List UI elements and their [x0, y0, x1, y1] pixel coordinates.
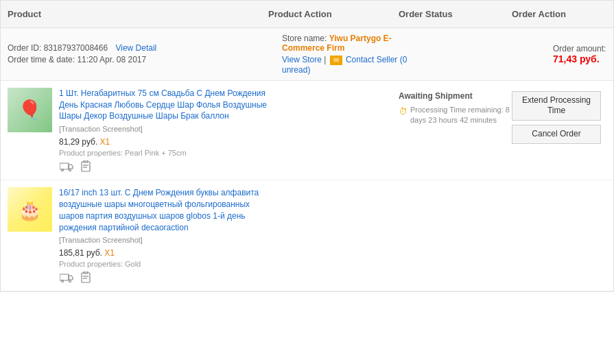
- order-time-value: 11:20 Apr. 08 2017: [77, 55, 146, 64]
- product-row-1: 1 Шт. Негабаритных 75 см Свадьба С Днем …: [1, 81, 613, 180]
- qty-value-1: X1: [100, 137, 110, 147]
- view-detail-link[interactable]: View Detail: [115, 43, 156, 53]
- props-value-2: Gold: [125, 260, 141, 268]
- view-store-link[interactable]: View Store: [282, 55, 322, 64]
- status-col-2: [399, 187, 512, 284]
- order-id-value: 83187937008466: [44, 43, 108, 53]
- truck-icon-1[interactable]: [59, 160, 74, 173]
- divider: |: [324, 55, 328, 64]
- order-action-col-2: [512, 187, 606, 284]
- store-label: Store name:: [282, 34, 327, 43]
- order-id-label: Order ID:: [8, 43, 41, 53]
- truck-icon-2[interactable]: [59, 271, 74, 284]
- product-props-1: Product properties: Pearl Pink + 75cm: [59, 149, 268, 157]
- props-value-1: Pearl Pink + 75cm: [125, 149, 187, 157]
- cancel-order-button[interactable]: Cancel Order: [512, 125, 601, 144]
- order-amount: Order amount: 71,43 руб.: [553, 44, 606, 64]
- store-name-line: Store name: Yiwu Partygo E-Commerce Firm: [282, 34, 412, 53]
- svg-point-1: [62, 169, 64, 171]
- price-value-2: 185,81 руб.: [59, 248, 102, 258]
- extend-processing-button[interactable]: Extend Processing Time: [512, 91, 601, 121]
- product-details-2: 16/17 inch 13 шт. С Днем Рождения буквы …: [59, 187, 268, 284]
- processing-time-1: ⏱ Processing Time remaining: 8 days 23 h…: [399, 105, 512, 126]
- processing-time-text-1: Processing Time remaining: 8 days 23 hou…: [410, 105, 512, 126]
- product-col-2: 16/17 inch 13 шт. С Днем Рождения буквы …: [8, 187, 268, 284]
- envelope-icon: ✉: [330, 56, 342, 65]
- product-name-link-1[interactable]: 1 Шт. Негабаритных 75 см Свадьба С Днем …: [59, 88, 268, 122]
- svg-rect-3: [82, 162, 90, 171]
- status-col-1: Awaiting Shipment ⏱ Processing Time rema…: [399, 88, 512, 173]
- table-header: Product Product Action Order Status Orde…: [0, 0, 614, 27]
- product-icons-2: [59, 271, 268, 284]
- order-info-row: Order ID: 83187937008466 View Detail Ord…: [1, 28, 613, 81]
- price-value-1: 81,29 руб.: [59, 137, 97, 147]
- order-section: Order ID: 83187937008466 View Detail Ord…: [0, 27, 614, 292]
- transaction-screenshot-1: [Transaction Screenshot]: [59, 125, 268, 133]
- transaction-screenshot-2: [Transaction Screenshot]: [59, 236, 268, 244]
- order-time-label: Order time & date:: [8, 55, 75, 64]
- contact-seller-label: Contact Seller: [346, 55, 397, 64]
- product-props-2: Product properties: Gold: [59, 260, 268, 268]
- product-col-1: 1 Шт. Негабаритных 75 см Свадьба С Днем …: [8, 88, 268, 173]
- header-order-action: Order Action: [512, 9, 606, 19]
- svg-rect-10: [82, 273, 90, 282]
- props-label-1: Product properties:: [59, 149, 123, 157]
- svg-point-2: [69, 169, 71, 171]
- qty-value-2: X1: [104, 248, 115, 258]
- product-thumbnail-1: [8, 88, 52, 132]
- order-amount-value: 71,43 руб.: [553, 53, 606, 64]
- order-time-line: Order time & date: 11:20 Apr. 08 2017: [8, 55, 268, 64]
- product-thumbnail-2: [8, 187, 52, 232]
- product-price-1: 81,29 руб. X1: [59, 137, 268, 147]
- order-info-left: Order ID: 83187937008466 View Detail Ord…: [8, 43, 268, 64]
- product-row-2: 16/17 inch 13 шт. С Днем Рождения буквы …: [1, 180, 613, 291]
- product-name-link-2[interactable]: 16/17 inch 13 шт. С Днем Рождения буквы …: [59, 187, 268, 233]
- svg-rect-0: [60, 163, 69, 169]
- action-col-1: [268, 88, 399, 173]
- product-details-1: 1 Шт. Негабаритных 75 см Свадьба С Днем …: [59, 88, 268, 173]
- header-product-action: Product Action: [268, 9, 399, 19]
- store-info: Store name: Yiwu Partygo E-Commerce Firm…: [282, 34, 412, 75]
- header-order-status: Order Status: [399, 9, 512, 19]
- processing-time-label: Processing Time remaining:: [410, 106, 504, 114]
- props-label-2: Product properties:: [59, 260, 123, 268]
- status-text-1: Awaiting Shipment: [399, 91, 512, 101]
- product-price-2: 185,81 руб. X1: [59, 248, 268, 258]
- action-col-2: [268, 187, 399, 284]
- order-id-line: Order ID: 83187937008466 View Detail: [8, 43, 268, 53]
- svg-point-8: [62, 280, 64, 282]
- store-actions-line: View Store | ✉ Contact Seller (0 unread): [282, 55, 412, 75]
- clipboard-icon-2[interactable]: [78, 271, 93, 284]
- order-amount-label: Order amount:: [553, 44, 606, 53]
- svg-point-9: [69, 280, 71, 282]
- clipboard-icon-1[interactable]: [78, 160, 93, 173]
- svg-rect-7: [60, 274, 69, 280]
- clock-icon-1: ⏱: [399, 106, 408, 118]
- header-product: Product: [8, 9, 268, 19]
- product-icons-1: [59, 160, 268, 173]
- order-action-col-1: Extend Processing Time Cancel Order: [512, 88, 606, 173]
